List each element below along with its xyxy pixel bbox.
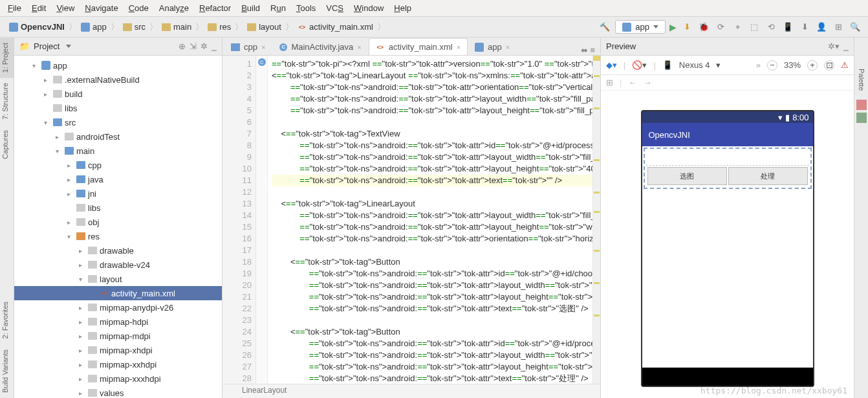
layout-inspector-icon[interactable]: 👤 [815,22,828,32]
tree-item[interactable]: ▸mipmap-anydpi-v26 [14,300,222,315]
expand-arrow-icon[interactable]: ▾ [44,119,50,126]
expand-arrow-icon[interactable]: ▸ [44,91,50,98]
tree-item[interactable]: ▸drawable-v24 [14,258,222,272]
sync-gradle-icon[interactable]: ⟲ [765,22,777,32]
tool-palette[interactable]: Palette [856,63,867,96]
line-gutter[interactable]: 1234567891011121314151617181920212223242… [222,56,256,384]
expand-arrow-icon[interactable]: ▸ [67,190,74,197]
tree-item[interactable]: ▸mipmap-xhdpi [14,343,222,357]
tree-item[interactable]: ▾app [14,58,222,72]
palette-icon[interactable]: ◆▾ [606,60,617,70]
close-icon[interactable]: × [261,43,265,51]
tree-item[interactable]: ▸mipmap-mdpi [14,329,222,343]
code-editor[interactable]: =="tok-str">"tok-pi"><?xml =="tok-str">"… [268,56,592,384]
menu-edit[interactable]: Edit [28,2,50,14]
tree-item[interactable]: ▾res [14,229,222,243]
menu-refactor[interactable]: Refactor [195,2,235,14]
breadcrumb-item[interactable]: main [159,21,194,33]
preview-button-process[interactable]: 处理 [728,167,808,185]
breadcrumb[interactable]: OpencvJNI〉app〉src〉main〉res〉layout〉<>acti… [6,21,387,33]
expand-arrow-icon[interactable]: ▸ [56,133,62,140]
menu-vcs[interactable]: VCS [322,2,347,14]
orientation-icon[interactable]: 🚫▾ [632,60,647,70]
expand-arrow-icon[interactable]: ▸ [79,361,85,368]
hide-icon[interactable]: ⎯ [212,41,217,51]
breadcrumb-item[interactable]: src [120,21,148,33]
run-button[interactable]: ▶ [669,22,677,32]
tree-item[interactable]: ▸jni [14,186,222,201]
stop-icon[interactable]: ⬚ [748,22,761,32]
attach-debugger-icon[interactable]: ⌖ [731,22,744,32]
tree-item[interactable]: ▸.externalNativeBuild [14,72,222,87]
run-config-selector[interactable]: app [615,20,666,34]
next-icon[interactable]: → [643,78,651,87]
scroll-from-source-icon[interactable]: ⊕ [179,41,186,51]
editor-tab[interactable]: app× [468,38,517,55]
tree-item[interactable]: <>activity_main.xml [14,286,222,300]
tree-item[interactable]: ▸mipmap-xxxhdpi [14,371,222,386]
zoom-in-icon[interactable]: + [807,60,818,71]
expand-arrow-icon[interactable]: ▸ [67,176,74,183]
close-icon[interactable]: × [457,43,461,51]
breadcrumb-item[interactable]: app [78,21,109,33]
error-stripe[interactable] [592,56,600,384]
device-frame[interactable]: ▾ ▮ 8:00 OpencvJNI 选图 处理 [641,110,814,387]
close-icon[interactable]: × [506,43,510,51]
menu-tools[interactable]: Tools [292,2,320,14]
warnings-icon[interactable]: ⚠ [841,60,849,70]
expand-arrow-icon[interactable]: ▸ [79,375,85,382]
folding-gutter[interactable]: C [256,56,268,384]
prev-icon[interactable]: ← [628,78,636,87]
expand-arrow-icon[interactable]: ▸ [44,76,50,83]
tool-build-variants[interactable]: Build Variants [0,344,14,398]
expand-arrow-icon[interactable]: ▸ [67,162,74,169]
close-icon[interactable]: × [357,43,361,51]
menu-help[interactable]: Help [390,2,415,14]
expand-arrow-icon[interactable]: ▾ [67,233,74,240]
zoom-out-icon[interactable]: − [767,60,777,71]
preview-hide-icon[interactable]: ⎯ [843,41,849,51]
expand-arrow-icon[interactable]: ▾ [32,62,39,69]
editor-breadcrumb[interactable]: LinearLayout [222,384,600,398]
expand-arrow-icon[interactable]: ▸ [79,318,85,326]
apply-changes-icon[interactable]: ⬇ [680,22,693,32]
tree-item[interactable]: ▾src [14,115,222,129]
zoom-fit-icon[interactable]: ⊡ [824,60,834,71]
search-icon[interactable]: 🔍 [849,22,862,32]
tool-favorites[interactable]: 2: Favorites [0,296,14,344]
tree-item[interactable]: ▾main [14,144,222,158]
tool-project[interactable]: 1: Project [0,38,14,78]
tree-item[interactable]: ▸build [14,87,222,101]
breadcrumb-item[interactable]: layout [244,21,284,33]
expand-arrow-icon[interactable]: ▸ [79,347,85,354]
tree-item[interactable]: ▸java [14,172,222,186]
expand-arrow-icon[interactable]: ▸ [79,261,85,269]
device-selector[interactable]: Nexus 4 [679,60,710,70]
tree-item[interactable]: ▸obj [14,215,222,229]
tool-structure[interactable]: 7: Structure [0,78,14,125]
preview-textview[interactable] [646,150,809,166]
sdk-manager-icon[interactable]: ⬇ [798,22,811,32]
breadcrumb-item[interactable]: OpencvJNI [6,21,67,33]
menu-code[interactable]: Code [125,2,153,14]
menu-navigate[interactable]: Navigate [81,2,122,14]
project-tree[interactable]: ▾app▸.externalNativeBuild▸buildlibs▾src▸… [14,56,222,398]
avd-manager-icon[interactable]: 📱 [781,22,794,32]
project-view-dropdown[interactable] [66,45,71,48]
tree-item[interactable]: libs [14,201,222,215]
menu-file[interactable]: File [4,2,25,14]
tree-item[interactable]: libs [14,101,222,115]
collapse-all-icon[interactable]: ⇲ [190,41,197,51]
gear-icon[interactable]: ✲ [201,41,208,51]
structure-icon[interactable]: ⊞ [832,22,845,32]
menu-build[interactable]: Build [237,2,264,14]
editor-tab[interactable]: CMainActivity.java× [272,38,368,55]
palette-icon-2[interactable] [856,113,867,123]
make-project-icon[interactable]: 🔨 [598,22,611,32]
breadcrumb-item[interactable]: res [205,21,233,33]
tree-item[interactable]: ▸values [14,386,222,398]
debug-button[interactable]: 🐞 [697,22,710,32]
preview-gear-icon[interactable]: ✲▾ [828,41,840,51]
expand-arrow-icon[interactable]: ▸ [79,304,85,311]
pan-icon[interactable]: ⊞ [606,78,613,87]
